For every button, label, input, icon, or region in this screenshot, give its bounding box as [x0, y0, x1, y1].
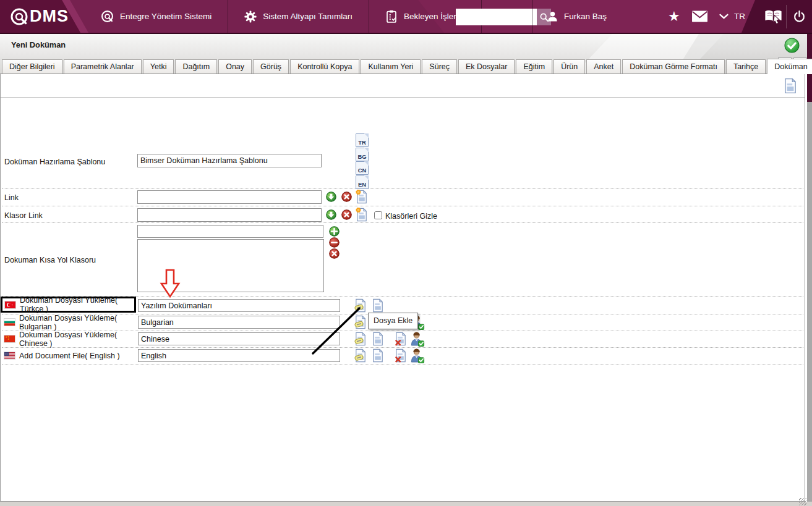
logout-button[interactable]	[793, 0, 806, 33]
qdms-logo-text: DMS	[30, 7, 69, 26]
person-approve-icon[interactable]	[410, 348, 425, 363]
resize-grip[interactable]	[799, 498, 806, 505]
tab-dokuman-gorme-formati[interactable]: Doküman Görme Formatı	[622, 59, 725, 74]
template-lang-cn-icon[interactable]: CN	[356, 161, 369, 175]
clipboard-check-icon	[385, 10, 398, 23]
doc-blank-icon[interactable]	[372, 298, 384, 313]
tab-surec[interactable]: Süreç	[422, 59, 457, 74]
template-lang-tr-icon[interactable]: TR	[356, 133, 369, 147]
hide-folders-checkbox[interactable]	[374, 211, 382, 219]
row-separator	[2, 206, 803, 206]
menu-item-entegre-yonetim-sistemi[interactable]: Entegre Yönetim Sistemi	[85, 0, 228, 33]
qdms-window: DMS Entegre Yönetim Sistemi Sistem Altya…	[0, 0, 812, 506]
menu-item-label: Entegre Yönetim Sistemi	[120, 12, 212, 21]
tab-urun[interactable]: Ürün	[553, 59, 585, 74]
qdms-logo[interactable]: DMS	[10, 7, 69, 26]
new-document-icon	[784, 78, 797, 94]
header-divider	[786, 5, 787, 28]
file-input-english[interactable]	[138, 349, 340, 362]
header-user[interactable]: Furkan Baş	[532, 0, 607, 33]
template-lang-en-icon[interactable]: EN	[356, 175, 369, 189]
file-input-chinese[interactable]	[138, 332, 340, 345]
link-label: Link	[4, 193, 19, 202]
doc-edit-icon[interactable]	[354, 315, 367, 329]
template-lang-bg-icon[interactable]: BG	[356, 148, 369, 161]
green-check-icon	[784, 38, 800, 53]
link-new-doc-icon[interactable]	[356, 190, 368, 204]
header-menu: Entegre Yönetim Sistemi Sistem Altyapı T…	[85, 0, 482, 33]
china-flag-icon	[4, 335, 15, 342]
template-input[interactable]	[137, 154, 322, 167]
menu-item-label: Sistem Altyapı Tanımları	[263, 12, 353, 21]
right-scrollbar-track[interactable]	[807, 34, 812, 506]
bulgaria-flag-icon	[4, 319, 15, 326]
user-icon	[547, 11, 558, 22]
doc-delete-icon[interactable]	[395, 332, 407, 346]
bottom-edge	[0, 502, 812, 506]
tab-dokuman[interactable]: Doküman	[767, 59, 812, 74]
shortcut-delete-icon[interactable]	[329, 248, 340, 259]
favorites-button[interactable]: ★	[668, 0, 680, 33]
link-input[interactable]	[137, 190, 322, 204]
qdms-circle-icon	[101, 10, 114, 23]
doc-edit-icon[interactable]	[354, 348, 367, 363]
tab-diger-bilgileri[interactable]: Diğer Bilgileri	[2, 59, 62, 74]
folder-link-delete-icon[interactable]	[341, 209, 352, 220]
doc-edit-icon[interactable]	[354, 298, 367, 313]
tab-onay[interactable]: Onay	[218, 59, 252, 74]
person-approve-icon[interactable]	[410, 331, 425, 347]
doc-edit-icon[interactable]	[354, 332, 367, 346]
tab-gorus[interactable]: Görüş	[253, 59, 289, 74]
folder-link-download-icon[interactable]	[326, 209, 336, 220]
file-row-label-english: Add Document File( English )	[1, 347, 136, 364]
folder-link-label: Klasor Link	[4, 211, 43, 220]
dosya-ekle-tooltip: Dosya Ekle	[368, 313, 418, 329]
tab-bar: Diğer Bilgileri Parametrik Alanlar Yetki…	[2, 59, 812, 74]
save-confirm-button[interactable]	[784, 38, 800, 53]
messages-button[interactable]	[691, 0, 708, 33]
language-code: TR	[734, 12, 745, 21]
tab-parametrik-alanlar[interactable]: Parametrik Alanlar	[64, 59, 142, 74]
folder-link-input[interactable]	[137, 208, 322, 222]
tab-kontrollu-kopya[interactable]: Kontrollü Kopya	[290, 59, 359, 74]
file-input-bulgarian[interactable]	[138, 316, 340, 329]
link-delete-icon[interactable]	[341, 192, 352, 202]
dokuman-form: Doküman Hazırlama Şablonu TR BG CN EN Li…	[1, 98, 805, 501]
page-title: Yeni Doküman	[11, 40, 66, 49]
shortcut-remove-icon[interactable]	[329, 237, 340, 248]
tab-dagitim[interactable]: Dağıtım	[175, 59, 217, 74]
tab-yetki[interactable]: Yetki	[143, 59, 174, 74]
help-book-icon	[764, 8, 783, 25]
language-selector[interactable]: TR	[719, 0, 745, 33]
row-separator	[2, 364, 803, 365]
tab-ek-dosyalar[interactable]: Ek Dosyalar	[458, 59, 515, 74]
doc-delete-icon[interactable]	[395, 348, 407, 363]
file-row-label-turkish: Dokuman Dosyası Yükleme( Türkçe )	[1, 297, 136, 313]
shortcut-folder-input[interactable]	[137, 225, 323, 238]
hide-folders-label: Klasörleri Gizle	[385, 212, 437, 221]
menu-item-sistem-altyapi-tanimlari[interactable]: Sistem Altyapı Tanımları	[228, 0, 369, 33]
power-icon	[793, 10, 806, 23]
tab-kullanim-yeri[interactable]: Kullanım Yeri	[361, 59, 421, 74]
shortcut-folder-label: Dokuman Kısa Yol Klasoru	[4, 256, 96, 264]
shortcut-add-icon[interactable]	[329, 226, 340, 237]
title-tab-chrome: Yeni Doküman Diğer Bilgileri Parametrik …	[0, 34, 812, 74]
tab-anket[interactable]: Anket	[586, 59, 621, 74]
tab-egitim[interactable]: Eğitim	[516, 59, 552, 74]
user-name: Furkan Baş	[564, 12, 607, 21]
chevron-down-icon	[719, 14, 729, 19]
link-download-icon[interactable]	[326, 192, 336, 202]
new-document-button[interactable]	[784, 78, 797, 96]
help-button[interactable]	[764, 0, 783, 33]
doc-blank-icon[interactable]	[372, 348, 384, 363]
folder-link-new-doc-icon[interactable]	[356, 208, 368, 222]
file-row-label-bulgarian: Dokuman Dosyası Yükleme( Bulgarian )	[1, 314, 136, 331]
doc-blank-icon[interactable]	[372, 332, 384, 346]
usa-flag-icon	[4, 352, 15, 359]
envelope-icon	[691, 11, 708, 22]
search-input[interactable]	[456, 9, 537, 25]
turkey-flag-icon	[5, 301, 15, 308]
file-input-turkish[interactable]	[138, 299, 340, 312]
tab-tarihce[interactable]: Tarihçe	[726, 59, 766, 74]
shortcut-folder-list[interactable]	[137, 239, 324, 292]
